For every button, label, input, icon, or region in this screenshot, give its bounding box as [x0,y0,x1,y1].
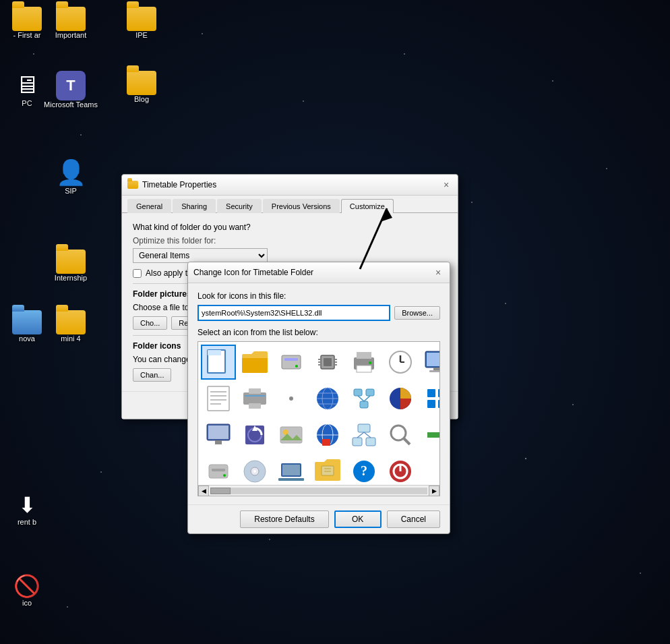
icon-cell-windows[interactable] [419,381,440,416]
restore-defaults-button[interactable]: Restore Defaults [240,510,328,528]
desktop-icon-mini4[interactable]: mini 4 [44,310,98,343]
windows-icon [425,386,440,411]
scrollbar-track[interactable] [210,488,427,494]
icon-cell-blank-doc[interactable] [201,345,236,380]
network-icon [351,386,377,411]
change-icon-dialog: Change Icon for Timetable Folder × Look … [187,262,450,534]
icon-cell-folder[interactable] [237,345,272,380]
icon-cell-search[interactable] [383,417,418,452]
also-checkbox[interactable] [133,269,142,278]
icon-cell-pie[interactable] [383,381,418,416]
svg-rect-59 [208,426,229,439]
choose-file-button[interactable]: Cho... [133,316,167,330]
icon-cell-network2[interactable] [346,417,382,452]
select-icon-label: Select an icon from the list below: [197,328,440,337]
change-icon-title: Change Icon for Timetable Folder [193,268,313,277]
desktop-icon-important[interactable]: Important [44,7,98,40]
svg-rect-70 [358,424,370,432]
what-kind-label: What kind of folder do you want? [133,223,447,232]
icon-cell-drive[interactable] [274,345,309,380]
folder-icon [56,250,86,274]
desktop-icon-label: - First ar [13,31,41,40]
icon-cell-power[interactable] [383,454,418,489]
file-path-input[interactable] [197,305,390,321]
pc-icon: 🖥 [15,71,39,99]
desktop-icon-label: mini 4 [61,334,80,343]
folder-type-dropdown[interactable]: General Items [133,248,268,263]
folder-picture-heading: Folder pictures [133,289,191,299]
desktop-icon-label: nova [19,334,35,343]
icon-cell-network1[interactable] [346,381,382,416]
icon-cell-hdd2[interactable] [201,454,236,489]
icon-cell-monitor3[interactable] [201,417,236,452]
browse-button[interactable]: Browse... [394,306,440,320]
desktop-icon-label: Internship [55,274,87,283]
svg-point-80 [223,474,226,477]
globe2-icon [315,423,340,447]
icon-cell-printer[interactable] [346,345,382,380]
teams-icon: T [56,71,86,100]
cdrom-icon [243,459,267,484]
svg-rect-35 [245,395,265,397]
change-icon-close-button[interactable]: × [432,266,444,279]
hdd2-icon [206,459,231,484]
monitor3-icon [206,423,231,447]
desktop-icon-sip[interactable]: 👤 SIP [44,158,98,196]
icon-cell-hdd[interactable] [274,381,309,416]
tab-previous-versions[interactable]: Previous Versions [263,199,340,213]
icon-cell-calc-folder[interactable] [310,454,345,489]
icon-cell-image[interactable] [274,417,309,452]
tab-customize[interactable]: Customize [341,199,394,213]
desktop-icon-label: SIP [65,187,77,196]
scrollbar-thumb[interactable] [210,488,231,494]
svg-line-76 [404,438,410,444]
svg-rect-64 [280,427,302,443]
icon-grid: ? [198,342,439,492]
backup-icon [243,423,267,447]
change-icon-titlebar: Change Icon for Timetable Folder × [188,262,450,283]
desktop-icon-teams[interactable]: T Microsoft Teams [44,71,98,109]
desktop-icon-ico[interactable]: 🚫 ico [0,573,54,608]
icon-cell-clock[interactable] [383,345,418,380]
tab-security[interactable]: Security [217,199,262,213]
icon-cell-chip[interactable] [310,345,345,380]
cancel-button-change-icon[interactable]: Cancel [387,510,440,528]
icon-cell-laptop[interactable] [274,454,309,489]
icon-cell-globe2[interactable] [310,417,345,452]
icon-grid-container: ? ◀ [197,341,440,496]
icon-cell-arrow[interactable] [419,417,440,452]
scroll-left-button[interactable]: ◀ [198,486,209,496]
tab-general[interactable]: General [127,199,171,213]
scanner-icon [242,387,268,410]
svg-rect-54 [427,400,435,408]
icon-cell-cdrom[interactable] [237,454,272,489]
dialog-close-button[interactable]: × [440,179,452,191]
search-icon [388,423,413,447]
desktop-icon-internship[interactable]: Internship [44,250,98,283]
change-icon-content: Look for icons in this file: Browse... S… [188,283,450,504]
tab-sharing[interactable]: Sharing [173,199,216,213]
svg-rect-3 [284,358,298,361]
icon-cell-doc-lines[interactable] [201,381,236,416]
power-icon [388,459,413,484]
globe-icon [315,386,340,411]
hdd-icon [279,386,303,411]
icon-cell-backup[interactable] [237,417,272,452]
svg-rect-55 [438,400,440,408]
svg-point-4 [295,365,298,368]
icon-cell-monitor1[interactable] [419,345,440,380]
svg-line-74 [364,432,371,438]
desktop-icon-blog[interactable]: Blog [115,71,169,104]
svg-point-75 [391,426,406,440]
icon-cell-help[interactable]: ? [346,454,382,489]
desktop-icon-torrent[interactable]: ⬇ rent b [0,492,54,527]
change-icon-button[interactable]: Chan... [133,368,171,382]
icon-cell-scanner[interactable] [237,381,272,416]
ok-button-change-icon[interactable]: OK [334,510,382,528]
icon-cell-globe1[interactable] [310,381,345,416]
network-drive-icon [279,350,303,374]
svg-rect-6 [324,358,332,366]
optimize-label: Optimize this folder for: [133,236,447,245]
scroll-right-button[interactable]: ▶ [429,486,439,496]
desktop-icon-ipe[interactable]: IPE [115,7,169,40]
